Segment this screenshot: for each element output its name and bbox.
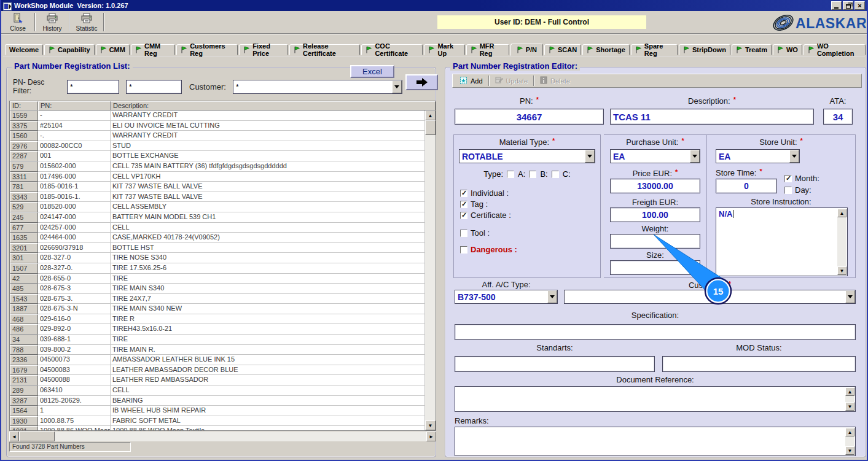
scroll-up-icon[interactable]: ▲ (845, 428, 854, 436)
table-cell[interactable]: 34 (10, 335, 38, 345)
table-cell[interactable]: 017496-000 (38, 172, 111, 182)
excel-export-button[interactable]: Excel (350, 65, 394, 78)
table-row[interactable]: 3201026690/37918BOTTLE HST (10, 243, 425, 254)
table-cell[interactable]: 579 (10, 161, 38, 172)
tool-checkbox-row[interactable]: Tool : (460, 228, 600, 238)
table-cell[interactable]: CELL (111, 385, 425, 396)
tab-wo[interactable]: WO (773, 44, 802, 55)
table-cell[interactable]: 301 (10, 253, 38, 263)
type-a-checkbox[interactable] (507, 171, 514, 178)
specification-input[interactable] (455, 324, 856, 340)
table-cell[interactable]: 1887 (10, 304, 38, 314)
table-cell[interactable]: 1635 (10, 233, 38, 243)
scroll-right-icon[interactable]: ► (426, 432, 436, 441)
type-c-checkbox[interactable] (552, 171, 559, 178)
column-header-pn[interactable]: PN: (38, 101, 111, 110)
table-cell[interactable]: 018520-000 (38, 202, 111, 212)
freight-input[interactable]: 100.00 (610, 207, 700, 222)
table-cell[interactable]: CASE,MARKED 40178-24(V09052) (111, 233, 425, 243)
table-cell[interactable]: 486 (10, 324, 38, 335)
table-cell[interactable]: BEARING (111, 396, 425, 406)
table-cell[interactable]: 485 (10, 284, 38, 294)
table-cell[interactable]: 029-616-0 (38, 314, 111, 325)
update-button[interactable]: Update (491, 75, 532, 87)
table-cell[interactable]: STUD (111, 141, 425, 152)
checkbox[interactable] (460, 190, 467, 197)
tab-mark-up[interactable]: Mark Up (424, 44, 464, 55)
table-cell[interactable]: 028-675-3 (38, 284, 111, 294)
table-row[interactable]: 485028-675-3TIRE MAIN S340 (10, 284, 425, 294)
close-window-button[interactable]: × (854, 1, 865, 10)
table-cell[interactable]: 2976 (10, 141, 38, 152)
textarea-scrollbar[interactable]: ▲ ▼ (845, 428, 854, 455)
horizontal-scroll-thumb[interactable] (19, 432, 55, 441)
table-cell[interactable]: CELL VP170KH (111, 172, 425, 182)
pn-input[interactable]: 34667 (455, 109, 604, 125)
tab-fixed-price[interactable]: Fixed Price (239, 44, 288, 55)
checkbox[interactable] (460, 201, 467, 208)
store-unit-dropdown[interactable]: EA (716, 149, 800, 163)
table-cell[interactable]: 024257-000 (38, 223, 111, 233)
table-row[interactable]: 42028-655-0TIRE (10, 274, 425, 284)
table-row[interactable]: 213104500088LEATHER RED AMBASSADOR (10, 375, 425, 385)
table-cell[interactable]: 2287 (10, 151, 38, 161)
table-cell[interactable]: 0185-0016-1 (38, 182, 111, 192)
table-cell[interactable]: TIRE MAIN R. (111, 345, 425, 355)
individual-checkbox-row[interactable]: Individual : (460, 188, 600, 198)
table-row[interactable]: 486029-892-0TIREH43.5x16.0-21 (10, 324, 425, 335)
table-cell[interactable]: 001 (38, 151, 111, 161)
tab-release-certificate[interactable]: Release Certificate (289, 44, 360, 55)
table-cell[interactable]: 04500073 (38, 355, 111, 365)
textarea-scrollbar[interactable]: ▲ ▼ (845, 387, 854, 411)
description-filter-input[interactable]: * (126, 80, 182, 94)
statistic-button[interactable]: Statistic (70, 11, 103, 33)
document-reference-textarea[interactable]: ▲ ▼ (455, 386, 856, 412)
store-time-input[interactable]: 0 (716, 179, 777, 193)
table-row[interactable]: 1887028-675-3-NTIRE MAIN S340 NEW (10, 304, 425, 314)
table-cell[interactable]: 781 (10, 182, 38, 192)
tab-customers-reg[interactable]: Customers Reg (176, 44, 238, 55)
column-header-id[interactable]: ID: (10, 101, 38, 110)
month-checkbox-row[interactable]: Month: (784, 174, 819, 183)
table-cell[interactable]: 026690/37918 (38, 243, 111, 254)
table-cell[interactable]: CELL 735 MAIN BATTERY (36) tfdfgfdgdsgds… (111, 161, 425, 172)
description-input[interactable]: TCAS 11 (610, 109, 814, 125)
table-cell[interactable]: TIRE (111, 335, 425, 345)
remarks-textarea[interactable]: ▲ ▼ (455, 427, 856, 456)
table-cell[interactable]: 1559 (10, 110, 38, 121)
table-cell[interactable]: 039-688-1 (38, 335, 111, 345)
table-row[interactable]: 289063410CELL (10, 385, 425, 396)
table-cell[interactable]: 024147-000 (38, 212, 111, 223)
scroll-down-icon[interactable]: ▼ (837, 266, 846, 275)
tab-cmm-reg[interactable]: CMM Reg (131, 44, 175, 55)
table-cell[interactable]: 529 (10, 202, 38, 212)
table-cell[interactable]: 1000.88.86 WOO Moon Textile (111, 426, 425, 430)
delete-button[interactable]: Delete (536, 75, 574, 87)
checkbox[interactable] (460, 230, 467, 237)
dropdown-arrow-icon[interactable] (547, 290, 557, 303)
tab-capability[interactable]: Capability (44, 44, 95, 55)
table-row[interactable]: 7810185-0016-1KIT 737 WASTE BALL VALVE (10, 182, 425, 192)
scroll-up-icon[interactable]: ▲ (425, 110, 436, 120)
tab-p-n[interactable]: P/N (510, 44, 543, 56)
scroll-down-icon[interactable]: ▼ (425, 420, 436, 430)
tab-wo-completion[interactable]: WO Completion (803, 44, 866, 55)
table-cell[interactable]: TIREH43.5x16.0-21 (111, 324, 425, 335)
table-cell[interactable]: TIRE MAIN S340 NEW (111, 304, 425, 314)
table-cell[interactable]: 1564 (10, 406, 38, 416)
table-cell[interactable]: 1000.88.75 (38, 416, 111, 427)
table-cell[interactable]: 1679 (10, 365, 38, 376)
material-type-dropdown[interactable]: ROTABLE (459, 149, 595, 163)
table-cell[interactable]: TIRE NOSE S340 (111, 253, 425, 263)
table-row[interactable]: 33430185-0016-1.KIT 737 WASTE BALL VALVE (10, 192, 425, 203)
table-row[interactable]: 328708125-20629.BEARING (10, 396, 425, 406)
table-cell[interactable]: 1000.88.86 WOO Moon (38, 426, 111, 430)
dropdown-arrow-icon[interactable] (392, 80, 402, 93)
table-row[interactable]: 233604500073AMBASSADOR LEATHER BLUE INK … (10, 355, 425, 365)
table-cell[interactable]: 289 (10, 385, 38, 396)
price-input[interactable]: 13000.00 (610, 179, 700, 193)
table-cell[interactable]: BATTERY MAIN MODEL 539 CH1 (111, 212, 425, 223)
customer-dropdown[interactable] (564, 290, 856, 304)
table-row[interactable]: 579015602-000CELL 735 MAIN BATTERY (36) … (10, 161, 425, 172)
add-button[interactable]: Add (455, 75, 487, 87)
